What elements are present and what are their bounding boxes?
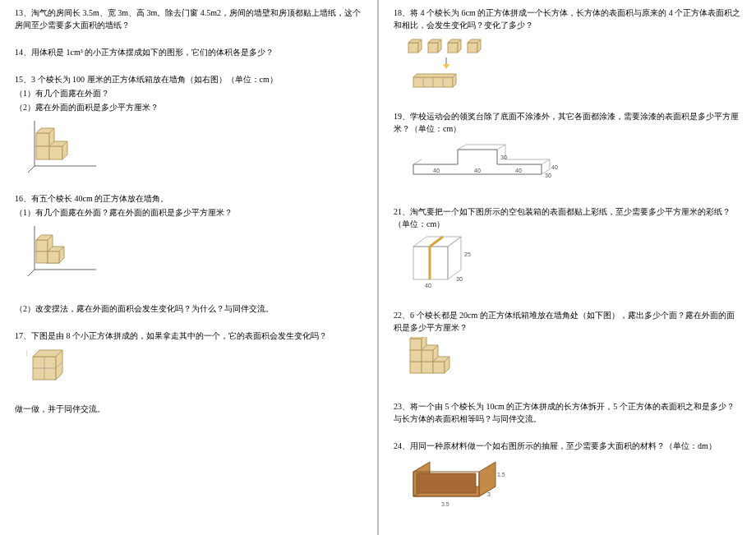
svg-rect-20 <box>48 251 59 263</box>
question-17: 17、下图是由 8 个小正方体拼成的，如果拿走其中的一个，它的表面积会发生变化吗… <box>15 330 362 415</box>
svg-marker-60 <box>448 237 461 279</box>
p21-lbl-b: 30 <box>456 276 463 282</box>
svg-marker-46 <box>413 74 456 77</box>
svg-rect-34 <box>448 43 458 53</box>
svg-rect-63 <box>410 362 422 373</box>
p24-lbl-b: 3 <box>487 491 491 497</box>
q21-text: 21、淘气要把一个如下图所示的空包装箱的表面都贴上彩纸，至少需要多少平方厘米的彩… <box>394 205 741 230</box>
question-24: 24、用同一种原材料做一个如右图所示的抽屉，至少需要多大面积的材料？（单位：dm… <box>394 440 741 516</box>
question-16: 16、有五个棱长 40cm 的正方体放在墙角。 （1）有几个面露在外面？露在外面… <box>15 192 362 315</box>
q23-text: 23、将一个由 5 个棱长为 10cm 的正方体拼成的长方体拆开，5 个正方体的… <box>394 400 741 425</box>
svg-rect-68 <box>410 339 422 350</box>
q19-text: 19、学校运动会的领奖台除了底面不涂漆外，其它各面都涂漆，需要涂漆的表面积是多少… <box>394 110 741 135</box>
q22-figure <box>405 337 741 385</box>
svg-rect-5 <box>49 146 62 159</box>
p19-lbl-4: 40 <box>551 164 558 170</box>
svg-rect-37 <box>468 43 477 53</box>
question-21: 21、淘气要把一个如下图所示的空包装箱的表面都贴上彩纸，至少需要多少平方厘米的彩… <box>394 205 741 294</box>
svg-marker-41 <box>443 64 449 69</box>
q24-figure: 1.5 3 3.5 <box>405 455 741 516</box>
p21-lbl-a: 40 <box>425 283 431 288</box>
svg-rect-13 <box>36 240 48 251</box>
svg-marker-79 <box>417 473 476 493</box>
svg-line-12 <box>28 270 35 276</box>
q18-text: 18、将 4 个棱长为 6cm 的正方体拼成一个长方体，长方体的表面积与原来的 … <box>394 7 741 31</box>
left-column: 13、淘气的房间长 3.5m、宽 3m、高 3m。除去门窗 4.5m2，房间的墙… <box>0 0 377 535</box>
svg-rect-28 <box>408 43 418 53</box>
q17-text-b: 做一做，并于同伴交流。 <box>15 403 362 415</box>
svg-rect-65 <box>433 362 445 373</box>
q17-figure <box>26 345 362 390</box>
question-23: 23、将一个由 5 个棱长为 10cm 的正方体拼成的长方体拆开，5 个正方体的… <box>394 400 741 425</box>
p19-lbl-1: 40 <box>433 168 440 173</box>
p19-lbl-3: 40 <box>515 168 522 173</box>
q13-text: 13、淘气的房间长 3.5m、宽 3m、高 3m。除去门窗 4.5m2，房间的墙… <box>15 7 362 31</box>
p19-lbl-2: 40 <box>474 168 481 173</box>
p19-lbl-6: 30 <box>500 155 507 160</box>
question-13: 13、淘气的房间长 3.5m、宽 3m、高 3m。除去门窗 4.5m2，房间的墙… <box>15 7 362 31</box>
question-19: 19、学校运动会的领奖台除了底面不涂漆外，其它各面都涂漆，需要涂漆的表面积是多少… <box>394 110 741 191</box>
q16-figure <box>26 222 362 283</box>
p24-lbl-c: 3.5 <box>441 501 449 507</box>
svg-rect-4 <box>36 146 49 159</box>
question-22: 22、6 个棱长都是 20cm 的正方体纸箱堆放在墙角处（如下图），露出多少个面… <box>394 309 741 385</box>
p19-lbl-5: 30 <box>545 173 551 178</box>
q18-figure <box>405 35 741 95</box>
question-14: 14、用体积是 1cm³ 的小正方体摆成如下的图形，它们的体积各是多少？ <box>15 46 362 58</box>
q16-text-c: （2）改变摆法，露在外面的面积会发生变化吗？为什么？与同伴交流。 <box>15 302 362 315</box>
svg-rect-3 <box>36 133 49 146</box>
q15-text-b: （1）有几个面露在外面？ <box>15 87 362 99</box>
q14-text: 14、用体积是 1cm³ 的小正方体摆成如下的图形，它们的体积各是多少？ <box>15 46 362 58</box>
q22-text: 22、6 个棱长都是 20cm 的正方体纸箱堆放在墙角处（如下图），露出多少个面… <box>394 309 741 334</box>
svg-line-50 <box>458 145 466 150</box>
svg-rect-67 <box>422 350 433 362</box>
p24-lbl-a: 1.5 <box>497 472 505 477</box>
q15-text-c: （2）露在外面的面积是多少平方厘米？ <box>15 101 362 113</box>
question-18: 18、将 4 个棱长为 6cm 的正方体拼成一个长方体，长方体的表面积与原来的 … <box>394 7 741 95</box>
q21-figure: 40 30 25 <box>405 233 741 294</box>
svg-rect-66 <box>410 350 422 362</box>
svg-line-62 <box>430 237 443 247</box>
svg-rect-14 <box>36 251 48 263</box>
q15-text-a: 15、3 个棱长为 100 厘米的正方体纸箱放在墙角（如右图）（单位：cm） <box>15 73 362 85</box>
svg-rect-31 <box>428 43 438 53</box>
q24-text: 24、用同一种原材料做一个如右图所示的抽屉，至少需要多大面积的材料？（单位：dm… <box>394 440 741 452</box>
page: 13、淘气的房间长 3.5m、宽 3m、高 3m。除去门窗 4.5m2，房间的墙… <box>0 0 756 535</box>
right-column: 18、将 4 个棱长为 6cm 的正方体拼成一个长方体，长方体的表面积与原来的 … <box>379 0 756 535</box>
q16-text-b: （1）有几个面露在外面？露在外面的面积是多少平方厘米？ <box>15 206 362 219</box>
svg-line-49 <box>413 159 422 164</box>
q16-text-a: 16、有五个棱长 40cm 的正方体放在墙角。 <box>15 192 362 205</box>
svg-rect-64 <box>422 362 433 373</box>
svg-line-51 <box>497 145 505 150</box>
svg-line-2 <box>28 166 35 173</box>
q17-text-a: 17、下图是由 8 个小正方体拼成的，如果拿走其中的一个，它的表面积会发生变化吗… <box>15 330 362 342</box>
q15-figure <box>26 117 362 178</box>
question-15: 15、3 个棱长为 100 厘米的正方体纸箱放在墙角（如右图）（单位：cm） （… <box>15 73 362 178</box>
svg-line-52 <box>542 159 550 164</box>
p21-lbl-c: 25 <box>464 251 471 257</box>
q19-figure: 40 40 40 40 30 30 <box>405 138 741 191</box>
